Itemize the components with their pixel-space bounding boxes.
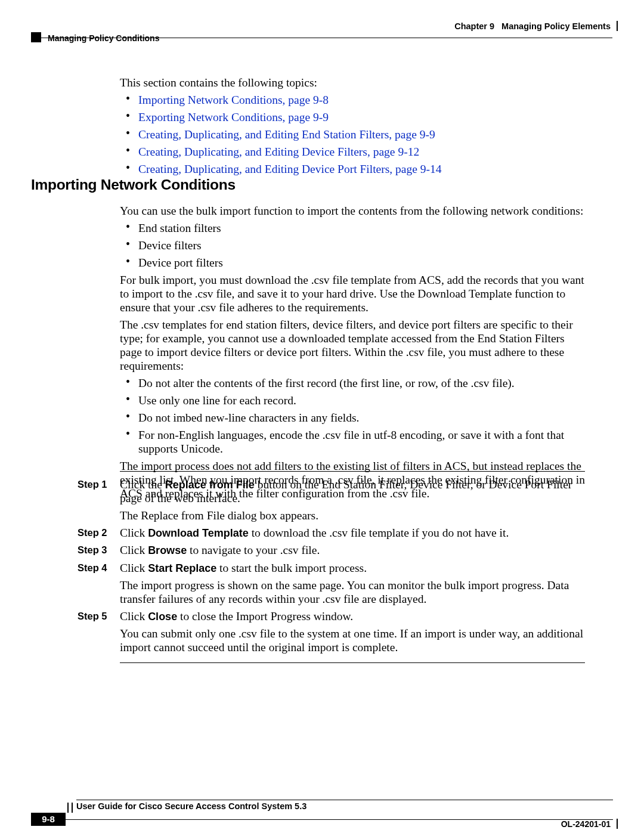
section-p3: The .csv templates for end station filte… bbox=[120, 318, 585, 373]
step-row: Step 2 Click Download Template to downlo… bbox=[78, 526, 587, 540]
footer-tick bbox=[72, 803, 73, 813]
intro-link-item: Creating, Duplicating, and Editing Devic… bbox=[120, 162, 585, 176]
step-bold: Browse bbox=[148, 544, 187, 556]
step-bold: Replace from File bbox=[165, 479, 255, 491]
intro-link[interactable]: Importing Network Conditions, page 9-8 bbox=[138, 94, 329, 106]
step-bold: Start Replace bbox=[148, 562, 216, 574]
intro-link-list: Importing Network Conditions, page 9-8 E… bbox=[120, 93, 585, 176]
list-item: For non-English languages, encode the .c… bbox=[120, 428, 585, 456]
step-pre: Click bbox=[120, 562, 148, 574]
step-post: to start the bulk import process. bbox=[216, 562, 367, 574]
footer-tick bbox=[617, 819, 618, 829]
section-p2: For bulk import, you must download the .… bbox=[120, 273, 585, 314]
step-post: to download the .csv file template if yo… bbox=[249, 527, 509, 539]
intro-link[interactable]: Creating, Duplicating, and Editing End S… bbox=[138, 128, 435, 141]
document-page: Chapter 9Managing Policy Elements Managi… bbox=[0, 0, 644, 833]
step-pre: Click the bbox=[120, 478, 165, 491]
intro-link-item: Creating, Duplicating, and Editing End S… bbox=[120, 128, 585, 141]
section-bullets1: End station filters Device filters Devic… bbox=[120, 221, 585, 270]
step-after: You can submit only one .csv file to the… bbox=[120, 627, 587, 654]
step-bold: Close bbox=[148, 611, 177, 623]
header-right-tick bbox=[617, 21, 618, 31]
footer-doc-id: OL-24201-01 bbox=[561, 819, 611, 829]
intro-block: This section contains the following topi… bbox=[120, 72, 585, 179]
step-row: Step 1 Click the Replace from File butto… bbox=[78, 478, 587, 505]
header-section-title: Managing Policy Conditions bbox=[48, 33, 159, 43]
section-bullets2: Do not alter the contents of the first r… bbox=[120, 376, 585, 456]
intro-link[interactable]: Creating, Duplicating, and Editing Devic… bbox=[138, 163, 442, 175]
step-label: Step 3 bbox=[78, 543, 120, 557]
intro-link[interactable]: Exporting Network Conditions, page 9-9 bbox=[138, 111, 329, 123]
footer-guide-title: User Guide for Cisco Secure Access Contr… bbox=[76, 801, 306, 811]
intro-link-item: Importing Network Conditions, page 9-8 bbox=[120, 93, 585, 107]
header-chapter: Chapter 9Managing Policy Elements bbox=[454, 21, 611, 31]
list-item: Device filters bbox=[120, 239, 585, 252]
footer-tick bbox=[67, 803, 69, 813]
step-after: The import progress is shown on the same… bbox=[120, 578, 587, 606]
section-body: You can use the bulk import function to … bbox=[120, 201, 585, 504]
step-label: Step 2 bbox=[78, 526, 120, 540]
intro-link-item: Exporting Network Conditions, page 9-9 bbox=[120, 110, 585, 124]
section-heading: Importing Network Conditions bbox=[31, 176, 236, 193]
step-label: Step 5 bbox=[78, 609, 120, 623]
footer-rule-top bbox=[76, 800, 613, 800]
footer-rule-bottom bbox=[66, 819, 613, 820]
step-row: Step 3 Click Browse to navigate to your … bbox=[78, 543, 587, 557]
intro-link[interactable]: Creating, Duplicating, and Editing Devic… bbox=[138, 145, 419, 158]
page-footer: User Guide for Cisco Secure Access Contr… bbox=[0, 783, 644, 833]
list-item: Use only one line for each record. bbox=[120, 394, 585, 407]
step-post: to navigate to your .csv file. bbox=[187, 544, 320, 556]
intro-link-item: Creating, Duplicating, and Editing Devic… bbox=[120, 145, 585, 159]
section-p1: You can use the bulk import function to … bbox=[120, 204, 585, 218]
footer-page-number: 9-8 bbox=[31, 813, 66, 826]
list-item: End station filters bbox=[120, 221, 585, 235]
step-label: Step 1 bbox=[78, 478, 120, 505]
step-text: Click Close to close the Import Progress… bbox=[120, 609, 587, 623]
step-text: Click Download Template to download the … bbox=[120, 526, 587, 540]
steps-block: Step 1 Click the Replace from File butto… bbox=[78, 463, 587, 669]
step-pre: Click bbox=[120, 527, 148, 539]
step-pre: Click bbox=[120, 610, 148, 623]
step-text: Click Start Replace to start the bulk im… bbox=[120, 561, 587, 575]
step-label: Step 4 bbox=[78, 561, 120, 575]
step-after: The Replace from File dialog box appears… bbox=[120, 509, 587, 522]
step-text: Click Browse to navigate to your .csv fi… bbox=[120, 543, 587, 557]
header-chapter-number: Chapter 9 bbox=[454, 21, 494, 31]
step-text: Click the Replace from File button on th… bbox=[120, 478, 587, 505]
list-item: Device port filters bbox=[120, 256, 585, 270]
rule bbox=[120, 471, 585, 472]
step-row: Step 5 Click Close to close the Import P… bbox=[78, 609, 587, 623]
rule bbox=[120, 662, 585, 663]
step-post: to close the Import Progress window. bbox=[177, 610, 353, 623]
step-bold: Download Template bbox=[148, 527, 249, 539]
list-item: Do not alter the contents of the first r… bbox=[120, 376, 585, 390]
step-pre: Click bbox=[120, 544, 148, 556]
step-row: Step 4 Click Start Replace to start the … bbox=[78, 561, 587, 575]
header-chapter-title: Managing Policy Elements bbox=[501, 21, 611, 31]
intro-lead: This section contains the following topi… bbox=[120, 76, 585, 89]
list-item: Do not imbed new-line characters in any … bbox=[120, 411, 585, 425]
